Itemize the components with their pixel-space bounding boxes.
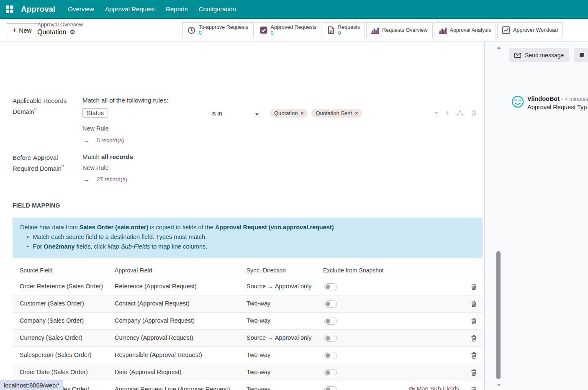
exclude-snapshot-toggle[interactable] bbox=[324, 369, 337, 376]
chevron-down-icon[interactable] bbox=[255, 113, 259, 115]
delete-rule-icon[interactable] bbox=[471, 110, 477, 116]
smart-button[interactable]: Requests Overview bbox=[366, 22, 432, 38]
sync-direction-cell: Source → Approval only bbox=[246, 334, 312, 341]
sync-direction-cell: Two-way bbox=[246, 352, 270, 358]
sync-direction-cell: Two-way bbox=[246, 386, 270, 390]
domain-value-tag: Quotation Sent × bbox=[311, 109, 362, 118]
approval-field-cell: Date (Approval Request) bbox=[115, 369, 182, 375]
exclude-snapshot-toggle[interactable] bbox=[324, 335, 337, 342]
smart-button-label: To-approve Requests bbox=[199, 24, 249, 30]
exclude-snapshot-toggle[interactable] bbox=[324, 318, 337, 325]
column-header[interactable]: Source Field bbox=[20, 267, 53, 274]
chevron-down-icon[interactable] bbox=[435, 112, 438, 114]
column-header[interactable]: Sync. Direction bbox=[246, 267, 286, 274]
map-subfields-button[interactable]: ⚙⚙ Map Sub-Fields bbox=[408, 385, 459, 390]
navbar-menu-configuration[interactable]: Configuration bbox=[199, 5, 236, 13]
approval-field-cell: Responsible (Approval Request) bbox=[115, 352, 202, 358]
applicable-domain-label: Applicable Records Domain? bbox=[13, 96, 82, 116]
navbar-menu-approval-request[interactable]: Approval Request bbox=[105, 5, 155, 13]
gear-icon[interactable]: ⚙ bbox=[69, 28, 75, 36]
bar-chart-icon bbox=[371, 27, 379, 34]
add-branch-icon[interactable] bbox=[457, 110, 464, 116]
new-rule-link[interactable]: New Rule bbox=[82, 164, 109, 171]
info-alert: Define how data from Sales Order (sale.o… bbox=[13, 218, 483, 258]
table-row[interactable]: Order Date (Sales Order) Date (Approval … bbox=[13, 364, 483, 381]
delete-row-icon[interactable] bbox=[471, 283, 477, 290]
delete-row-icon[interactable] bbox=[471, 369, 477, 376]
approval-field-cell: Approval Request Line (Approval Request) bbox=[115, 386, 230, 390]
control-panel: + New Approval Overview Quotation ⚙ To-a… bbox=[0, 19, 588, 42]
table-row[interactable]: Order Lines (Sales Order) Approval Reque… bbox=[13, 381, 483, 390]
info-bullet: For One2many fields, click Map Sub-Field… bbox=[27, 242, 475, 251]
message-timestamp: - 4 minutes a bbox=[562, 96, 588, 102]
navbar-menu-reports[interactable]: Reports bbox=[166, 5, 188, 13]
arrow-right-icon: → bbox=[83, 137, 90, 144]
table-row[interactable]: Company (Sales Order) Company (Approval … bbox=[13, 313, 483, 330]
record-count-link[interactable]: 5 record(s) bbox=[97, 137, 124, 144]
remove-tag-icon[interactable]: × bbox=[355, 110, 358, 116]
smart-button-label: Requests bbox=[338, 24, 360, 30]
mapping-table-head: Source FieldApproval FieldSync. Directio… bbox=[13, 264, 483, 278]
smart-button[interactable]: Approval Analysis bbox=[434, 22, 496, 38]
domain-rule-row: Status is in Quotation × Quotation Sent … bbox=[82, 108, 483, 120]
message-author[interactable]: ViindooBot bbox=[527, 95, 560, 102]
sync-direction-cell: Two-way bbox=[246, 300, 270, 307]
exclude-snapshot-toggle[interactable] bbox=[324, 386, 337, 390]
table-row[interactable]: Customer (Sales Order) Contact (Approval… bbox=[13, 295, 483, 313]
scrollbar-thumb[interactable] bbox=[496, 251, 501, 379]
top-navbar: Approval OverviewApproval RequestReports… bbox=[0, 0, 588, 19]
add-rule-icon[interactable]: + bbox=[445, 110, 449, 116]
delete-row-icon[interactable] bbox=[471, 318, 477, 324]
delete-row-icon[interactable] bbox=[471, 386, 477, 390]
column-header[interactable]: Exclude from Snapshot bbox=[323, 267, 384, 274]
table-row[interactable]: Currency (Sales Order) Currency (Approva… bbox=[13, 330, 483, 347]
avatar[interactable] bbox=[511, 95, 525, 109]
smart-button[interactable]: Approved Requests 0 bbox=[255, 22, 322, 38]
field-mapping-title: FIELD MAPPING bbox=[13, 202, 60, 209]
navbar-menus: OverviewApproval RequestReportsConfigura… bbox=[68, 5, 236, 13]
remove-tag-icon[interactable]: × bbox=[300, 110, 303, 116]
delete-row-icon[interactable] bbox=[471, 335, 477, 341]
smart-button-count: 0 bbox=[271, 30, 317, 36]
log-note-button[interactable]: Lo bbox=[574, 48, 588, 62]
approval-field-cell: Reference (Approval Request) bbox=[115, 283, 197, 290]
exclude-snapshot-toggle[interactable] bbox=[324, 283, 337, 290]
match-all-records-text: Match all records bbox=[82, 153, 133, 160]
exclude-snapshot-toggle[interactable] bbox=[324, 300, 337, 308]
message-body: Approval Request Typ bbox=[527, 104, 587, 110]
breadcrumb: Approval Overview Quotation ⚙ bbox=[37, 21, 83, 36]
section-divider bbox=[13, 211, 483, 211]
rule-field-selector[interactable]: Status bbox=[82, 108, 108, 118]
source-field-cell: Order Reference (Sales Order) bbox=[20, 283, 103, 290]
exclude-snapshot-toggle[interactable] bbox=[324, 352, 337, 359]
clock-icon bbox=[187, 26, 195, 34]
smart-button-label: Requests Overview bbox=[382, 27, 427, 33]
apps-grid-icon[interactable] bbox=[6, 5, 13, 13]
mapping-table-body: Order Reference (Sales Order) Reference … bbox=[13, 278, 483, 390]
envelope-icon bbox=[514, 53, 521, 58]
smart-button[interactable]: Approver Workload bbox=[497, 22, 563, 38]
navbar-menu-overview[interactable]: Overview bbox=[68, 5, 94, 13]
check-square-icon bbox=[260, 26, 267, 34]
new-rule-link[interactable]: New Rule bbox=[82, 125, 109, 132]
table-row[interactable]: Salesperson (Sales Order) Responsible (A… bbox=[13, 347, 483, 364]
new-button[interactable]: + New bbox=[7, 23, 37, 37]
delete-row-icon[interactable] bbox=[471, 352, 477, 359]
page-title: Quotation bbox=[37, 28, 66, 36]
smart-button[interactable]: To-approve Requests 0 bbox=[182, 22, 254, 38]
browser-status-url: localhost:8069/web# bbox=[0, 380, 63, 390]
send-message-button[interactable]: Send message bbox=[509, 48, 569, 62]
breadcrumb-parent[interactable]: Approval Overview bbox=[37, 21, 83, 28]
scrollbar-up-arrow[interactable] bbox=[497, 46, 501, 49]
table-row[interactable]: Order Reference (Sales Order) Reference … bbox=[13, 278, 483, 295]
column-header[interactable]: Approval Field bbox=[115, 267, 152, 274]
rule-operator-select[interactable]: is in bbox=[211, 110, 222, 117]
delete-row-icon[interactable] bbox=[471, 300, 477, 307]
arrow-right-icon: → bbox=[83, 176, 90, 183]
record-count-link[interactable]: 27 record(s) bbox=[97, 176, 127, 182]
smart-button[interactable]: Requests 0 bbox=[323, 22, 365, 38]
smart-button-label: Approval Analysis bbox=[450, 27, 491, 33]
scrollbar-down-arrow[interactable] bbox=[497, 384, 501, 386]
bot-smiley-icon bbox=[511, 95, 525, 109]
info-line: Define how data from Sales Order (sale.o… bbox=[20, 223, 475, 232]
